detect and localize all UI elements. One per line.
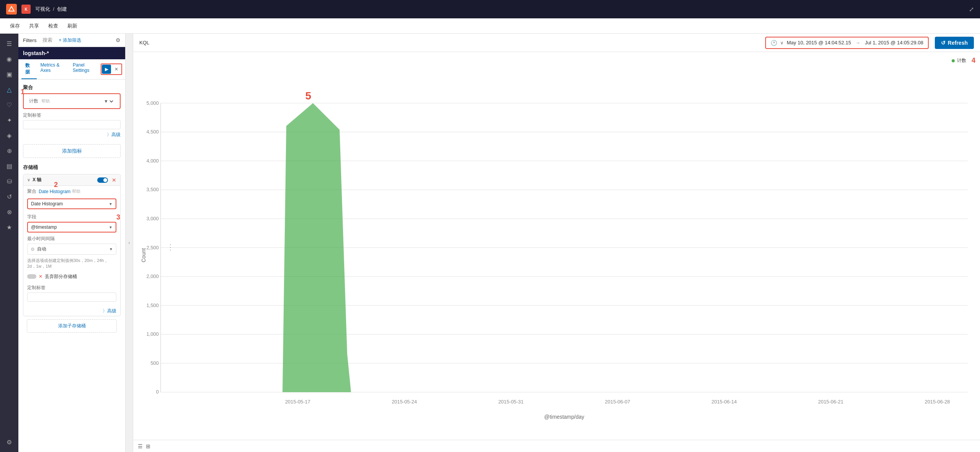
refresh-icon: ↺ — [941, 40, 946, 46]
sidebar-icon-maps[interactable]: ⛁ — [2, 174, 16, 188]
filter-bar: Filters 搜索 + 添加筛选 ⚙ — [18, 34, 125, 47]
buckets-section: 存储桶 ∨ X 轴 ✕ — [23, 164, 121, 333]
svg-text:2015-05-31: 2015-05-31 — [498, 399, 524, 405]
agg-select[interactable]: Date Histogram ▼ — [28, 199, 116, 208]
agg-help-icon[interactable]: 帮助 — [72, 189, 80, 194]
sidebar-icon-canvas[interactable]: ♡ — [2, 98, 16, 112]
sidebar-icon-monitoring[interactable]: ⊕ — [2, 144, 16, 158]
x-axis-close-icon[interactable]: ✕ — [112, 177, 116, 183]
sidebar-icons: ☰ ◉ ▣ △ ♡ ✦ ◈ ⊕ ▤ ⛁ ↺ ⊗ ★ ⚙ — [0, 34, 18, 452]
agg-dropdown-row: Date Histogram ▼ — [23, 197, 120, 212]
app-logo — [6, 4, 17, 15]
panel-header[interactable]: logstash-* — [18, 47, 125, 59]
chart-svg: Count 0 500 1,000 1,500 2,000 2,500 — [138, 68, 975, 435]
svg-text:1,000: 1,000 — [146, 331, 158, 337]
search-label[interactable]: 搜索 — [42, 37, 52, 44]
svg-text:4,000: 4,000 — [146, 158, 158, 164]
sidebar-icon-settings[interactable]: ⚙ — [2, 435, 16, 449]
secondary-nav: 保存 共享 检查 刷新 — [0, 18, 980, 34]
bucket-custom-label-title: 定制标签 — [27, 285, 116, 291]
svg-text:500: 500 — [150, 360, 159, 366]
save-button[interactable]: 保存 — [6, 21, 24, 31]
discard-row: ✕ 丢弃部分存储桶 — [23, 271, 120, 282]
count-label: 计数 — [29, 98, 38, 104]
dropdown-arrow-icon: ▼ — [109, 202, 113, 206]
date-histogram-link[interactable]: Date Histogram — [39, 189, 70, 194]
svg-text:⋮: ⋮ — [167, 243, 174, 251]
interval-hint: 选择选项或创建定制值例30s，20m，24h，2d，1w，1M — [23, 256, 120, 271]
collapse-handle[interactable]: ‹ — [126, 34, 133, 452]
nav-refresh-button[interactable]: 刷新 — [64, 21, 81, 31]
svg-text:2015-06-21: 2015-06-21 — [818, 399, 843, 405]
custom-label-input[interactable] — [23, 120, 121, 129]
bucket-header: 存储桶 — [23, 164, 121, 171]
svg-text:2,000: 2,000 — [146, 273, 158, 279]
kibana-brand: K — [21, 5, 31, 14]
sidebar-icon-ml[interactable]: ✦ — [2, 113, 16, 127]
discard-x-icon: ✕ — [39, 274, 42, 279]
count-metric: 计数 帮助 ▼ — [25, 96, 118, 107]
svg-text:2015-06-07: 2015-06-07 — [605, 399, 630, 405]
add-sub-bucket-button[interactable]: 添加子存储桶 — [27, 319, 117, 333]
chart-svg-container: Count 0 500 1,000 1,500 2,000 2,500 — [138, 68, 975, 435]
svg-text:2015-06-14: 2015-06-14 — [712, 399, 737, 405]
sidebar-icon-visualize[interactable]: △ — [2, 83, 16, 96]
breadcrumb: 可视化 / 创建 — [35, 6, 67, 13]
advanced-link-1[interactable]: 〉高级 — [23, 132, 121, 138]
bucket-custom-label-input[interactable] — [27, 293, 116, 302]
bucket-custom-label-row: 定制标签 — [23, 282, 120, 304]
discard-toggle[interactable] — [27, 274, 36, 279]
field-select[interactable]: @timestamp ▼ — [28, 223, 116, 232]
x-axis-label: X 轴 — [33, 177, 41, 183]
svg-text:0: 0 — [156, 389, 159, 395]
tab-actions: ▶ ✕ — [101, 59, 122, 79]
interval-value: 自动 — [37, 246, 46, 252]
expand-icon[interactable]: ⤢ — [969, 6, 974, 13]
metrics-section-title: 聚合 — [23, 84, 121, 91]
advanced-link-2[interactable]: 〉高级 — [23, 306, 120, 316]
filter-gear-icon[interactable]: ⚙ — [116, 37, 121, 43]
x-axis-section: ∨ X 轴 ✕ 聚合 Date — [23, 174, 121, 316]
time-dropdown-icon[interactable]: ∨ — [780, 40, 784, 46]
left-panel: Filters 搜索 + 添加筛选 ⚙ logstash-* 数据 Metric… — [18, 34, 126, 452]
annotation-box-3: @timestamp ▼ — [27, 222, 116, 233]
filters-label: Filters — [23, 37, 36, 43]
close-button[interactable]: ✕ — [112, 65, 121, 74]
tab-data[interactable]: 数据 — [21, 59, 37, 79]
sidebar-icon-dashboard[interactable]: ▣ — [2, 67, 16, 81]
time-to: Jul 1, 2015 @ 14:05:29.08 — [865, 40, 923, 46]
refresh-button[interactable]: ↺ Refresh — [935, 37, 974, 49]
time-range-box[interactable]: 🕐 ∨ May 10, 2015 @ 14:04:52.15 → Jul 1, … — [765, 37, 929, 49]
tab-metrics-axes[interactable]: Metrics & Axes — [37, 59, 69, 79]
field-arrow-icon: ▼ — [109, 225, 113, 229]
count-help[interactable]: 帮助 — [41, 98, 50, 104]
sidebar-icon-logs[interactable]: ▤ — [2, 159, 16, 173]
annotation-2-num: 2 — [54, 181, 58, 189]
time-icon: 🕐 — [771, 40, 777, 46]
x-axis-header: ∨ X 轴 ✕ — [23, 174, 120, 186]
play-button[interactable]: ▶ — [102, 65, 111, 74]
annotation-5-text: 5 — [305, 90, 311, 102]
panel-title: logstash-* — [23, 50, 49, 56]
grid-icon[interactable]: ⊞ — [146, 443, 150, 449]
sidebar-icon-alerts[interactable]: ★ — [2, 220, 16, 234]
sidebar-icon-menu[interactable]: ☰ — [2, 37, 16, 50]
share-button[interactable]: 共享 — [25, 21, 43, 31]
add-metric-button[interactable]: 添加指标 — [23, 144, 121, 158]
time-from: May 10, 2015 @ 14:04:52.15 — [787, 40, 851, 46]
sidebar-icon-security[interactable]: ⊗ — [2, 205, 16, 219]
tab-panel-settings[interactable]: Panel Settings — [69, 59, 101, 79]
x-axis-toggle[interactable] — [97, 177, 108, 183]
sidebar-icon-graph[interactable]: ◈ — [2, 128, 16, 142]
add-filter-button[interactable]: + 添加筛选 — [59, 37, 81, 44]
svg-text:2015-05-24: 2015-05-24 — [392, 399, 417, 405]
sidebar-icon-apm[interactable]: ↺ — [2, 190, 16, 203]
interval-select[interactable]: ⚙ 自动 ▼ — [27, 244, 116, 255]
custom-label-section: 定制标签 — [23, 112, 121, 129]
svg-text:2015-06-28: 2015-06-28 — [925, 399, 950, 405]
list-icon[interactable]: ☰ — [138, 443, 143, 449]
sidebar-icon-discover[interactable]: ◉ — [2, 52, 16, 66]
inspect-button[interactable]: 检查 — [44, 21, 62, 31]
annotation-box-2: Date Histogram ▼ — [27, 198, 116, 209]
count-expand[interactable]: ▼ — [102, 98, 114, 104]
